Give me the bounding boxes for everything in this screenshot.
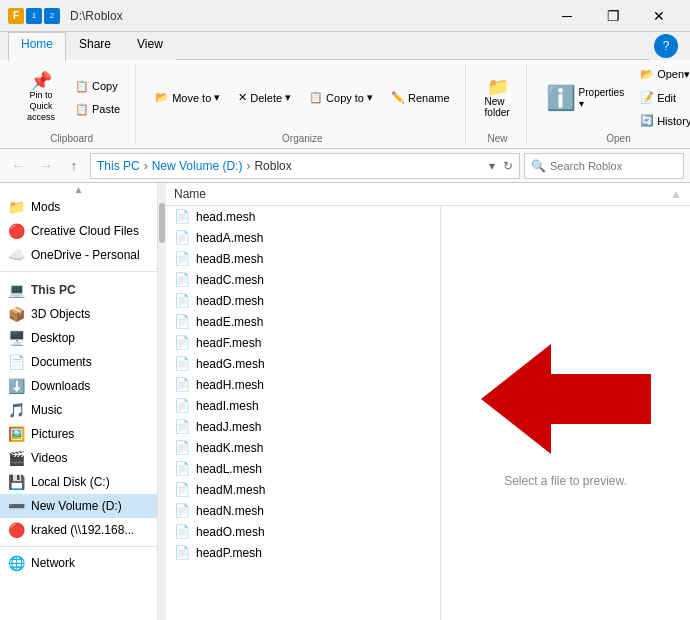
- clipboard-label: Clipboard: [50, 133, 93, 144]
- sidebar-item-3d-objects[interactable]: 📦3D Objects: [0, 302, 157, 326]
- file-item[interactable]: 📄headH.mesh: [166, 374, 440, 395]
- sidebar-item-mods[interactable]: 📁Mods: [0, 195, 157, 219]
- content-area: Name ▲ 📄head.mesh📄headA.mesh📄headB.mesh📄…: [166, 183, 690, 620]
- move-to-button[interactable]: 📂 Move to▾: [148, 87, 227, 108]
- open-button[interactable]: 📂Open▾: [633, 64, 690, 85]
- organize-group: 📂 Move to▾ ✕ Delete▾ 📋 Copy to▾ ✏️ Renam…: [140, 64, 465, 144]
- music-label: Music: [31, 403, 62, 417]
- file-item[interactable]: 📄headL.mesh: [166, 458, 440, 479]
- name-column-header: Name: [174, 187, 206, 201]
- file-item[interactable]: 📄headN.mesh: [166, 500, 440, 521]
- file-icon: 📄: [174, 272, 190, 287]
- minimize-button[interactable]: ─: [544, 0, 590, 32]
- delete-button[interactable]: ✕ Delete▾: [231, 87, 298, 108]
- forward-button[interactable]: →: [34, 154, 58, 178]
- sidebar-scroll-thumb[interactable]: [159, 203, 165, 243]
- sidebar-item-desktop[interactable]: 🖥️Desktop: [0, 326, 157, 350]
- sidebar-item-network[interactable]: 🌐Network: [0, 551, 157, 575]
- paste-icon: 📋: [75, 103, 89, 116]
- sidebar-item-music[interactable]: 🎵Music: [0, 398, 157, 422]
- file-name: headP.mesh: [196, 546, 262, 560]
- file-item[interactable]: 📄headO.mesh: [166, 521, 440, 542]
- open-group: ℹ️ Properties ▾ 📂Open▾ 📝Edit 🔄History: [531, 64, 690, 144]
- properties-button[interactable]: ℹ️ Properties ▾: [539, 83, 632, 113]
- new-volume-d-label: New Volume (D:): [31, 499, 122, 513]
- maximize-button[interactable]: ❐: [590, 0, 636, 32]
- tab-view[interactable]: View: [124, 32, 176, 61]
- file-icon: 📄: [174, 377, 190, 392]
- local-disk-c-label: Local Disk (C:): [31, 475, 110, 489]
- sidebar-item-local-disk-c[interactable]: 💾Local Disk (C:): [0, 470, 157, 494]
- file-item[interactable]: 📄headC.mesh: [166, 269, 440, 290]
- search-input[interactable]: [550, 160, 677, 172]
- file-item[interactable]: 📄headJ.mesh: [166, 416, 440, 437]
- paste-button[interactable]: 📋 Paste: [68, 99, 127, 120]
- pin-to-quick-access-button[interactable]: 📌 Pin to Quick access: [16, 69, 66, 125]
- onedrive-label: OneDrive - Personal: [31, 248, 140, 262]
- file-icon: 📄: [174, 314, 190, 329]
- file-icon: 📄: [174, 524, 190, 539]
- file-item[interactable]: 📄headK.mesh: [166, 437, 440, 458]
- file-item[interactable]: 📄headA.mesh: [166, 227, 440, 248]
- sidebar-item-kraked[interactable]: 🔴kraked (\\192.168...: [0, 518, 157, 542]
- creative-cloud-label: Creative Cloud Files: [31, 224, 139, 238]
- back-button[interactable]: ←: [6, 154, 30, 178]
- arrow-head: [481, 344, 551, 454]
- file-item[interactable]: 📄head.mesh: [166, 206, 440, 227]
- breadcrumb[interactable]: This PC › New Volume (D:) › Roblox ▾ ↻: [90, 153, 520, 179]
- file-item[interactable]: 📄headF.mesh: [166, 332, 440, 353]
- sidebar-item-creative-cloud[interactable]: 🔴Creative Cloud Files: [0, 219, 157, 243]
- tab-home[interactable]: Home: [8, 32, 66, 61]
- file-item[interactable]: 📄headI.mesh: [166, 395, 440, 416]
- content-scroll[interactable]: 📄head.mesh📄headA.mesh📄headB.mesh📄headC.m…: [166, 206, 690, 620]
- sidebar-item-videos[interactable]: 🎬Videos: [0, 446, 157, 470]
- sidebar-item-pictures[interactable]: 🖼️Pictures: [0, 422, 157, 446]
- file-item[interactable]: 📄headP.mesh: [166, 542, 440, 563]
- file-name: headN.mesh: [196, 504, 264, 518]
- user-avatar[interactable]: ?: [654, 34, 678, 58]
- up-button[interactable]: ↑: [62, 154, 86, 178]
- file-item[interactable]: 📄headE.mesh: [166, 311, 440, 332]
- pictures-icon: 🖼️: [8, 426, 25, 442]
- preview-area: Select a file to preview.: [440, 206, 690, 620]
- file-item[interactable]: 📄headD.mesh: [166, 290, 440, 311]
- breadcrumb-dropdown[interactable]: ▾: [489, 159, 495, 173]
- title-path: D:\Roblox: [70, 9, 123, 23]
- breadcrumb-this-pc[interactable]: This PC: [97, 159, 140, 173]
- new-folder-button[interactable]: 📁 New folder: [478, 75, 518, 121]
- mods-icon: 📁: [8, 199, 25, 215]
- tab-share[interactable]: Share: [66, 32, 124, 61]
- search-box[interactable]: 🔍: [524, 153, 684, 179]
- arrow-body: [551, 374, 651, 424]
- sidebar-item-downloads[interactable]: ⬇️Downloads: [0, 374, 157, 398]
- sidebar-divider: [0, 546, 157, 547]
- window-icon-1: 1: [26, 8, 42, 24]
- file-item[interactable]: 📄headB.mesh: [166, 248, 440, 269]
- scroll-indicator-top: ▲: [0, 183, 157, 195]
- file-icon: 📄: [174, 440, 190, 455]
- file-item[interactable]: 📄headG.mesh: [166, 353, 440, 374]
- rename-button[interactable]: ✏️ Rename: [384, 87, 457, 108]
- refresh-button[interactable]: ↻: [503, 159, 513, 173]
- sidebar-scrollbar[interactable]: [158, 183, 166, 620]
- videos-label: Videos: [31, 451, 67, 465]
- file-list: 📄head.mesh📄headA.mesh📄headB.mesh📄headC.m…: [166, 206, 440, 620]
- open-label: Open: [606, 133, 630, 144]
- file-item[interactable]: 📄headM.mesh: [166, 479, 440, 500]
- sidebar-item-documents[interactable]: 📄Documents: [0, 350, 157, 374]
- file-icon: 📄: [174, 356, 190, 371]
- file-icon: 📄: [174, 503, 190, 518]
- file-name: headG.mesh: [196, 357, 265, 371]
- onedrive-icon: ☁️: [8, 247, 25, 263]
- ribbon: Home Share View ? 📌 Pin to Quick access …: [0, 32, 690, 149]
- file-name: headF.mesh: [196, 336, 261, 350]
- breadcrumb-new-volume[interactable]: New Volume (D:): [152, 159, 243, 173]
- history-button[interactable]: 🔄History: [633, 110, 690, 131]
- close-button[interactable]: ✕: [636, 0, 682, 32]
- sidebar-item-this-pc[interactable]: 💻This PC: [0, 276, 157, 302]
- copy-button[interactable]: 📋 Copy: [68, 76, 127, 97]
- sidebar-item-new-volume-d[interactable]: ➖New Volume (D:): [0, 494, 157, 518]
- sidebar-item-onedrive[interactable]: ☁️OneDrive - Personal: [0, 243, 157, 267]
- copy-to-button[interactable]: 📋 Copy to▾: [302, 87, 380, 108]
- edit-button[interactable]: 📝Edit: [633, 87, 690, 108]
